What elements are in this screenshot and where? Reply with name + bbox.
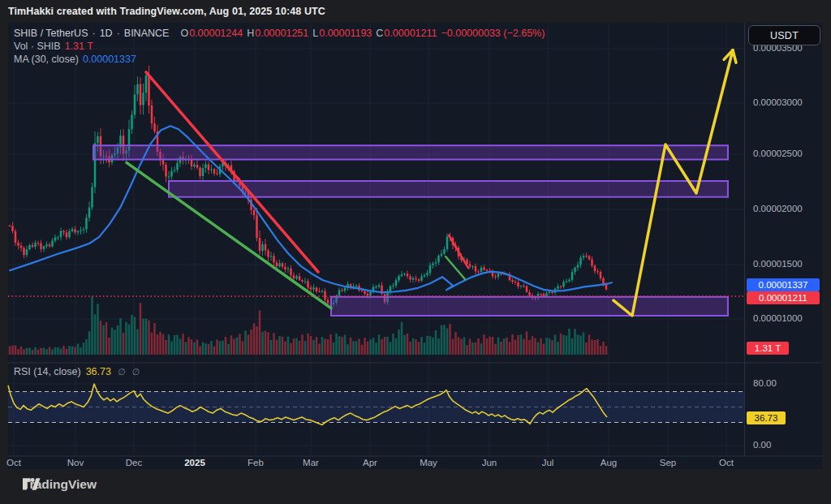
last-price-tag: 0.00001211: [747, 291, 820, 304]
close-value: 0.00001211: [384, 27, 437, 40]
rsi-legend: RSI (14, close) 36.73 ∅ ∅: [14, 366, 140, 377]
high-value: 0.00001251: [255, 27, 308, 40]
price-axis-label: 0.00001000: [753, 313, 803, 323]
supply-zone-upper[interactable]: [93, 145, 728, 159]
symbol-row: SHIB / TetherUS · 1D · BINANCE O0.000012…: [14, 27, 545, 40]
change-value: −0.00000033 (−2.65%): [441, 27, 545, 40]
ma-price-tag: 0.00001337: [747, 278, 820, 291]
volume-tag: 1.31 T: [747, 342, 789, 355]
hide-indicator-icon[interactable]: ∅: [132, 367, 140, 377]
time-axis-label: Aug: [591, 458, 626, 467]
demand-zone[interactable]: [331, 297, 728, 316]
rsi-pane: [8, 384, 744, 424]
ma-row: MA (30, close) 0.00001337: [14, 53, 545, 66]
rsi-value: 36.73: [86, 366, 111, 377]
high-label: H: [247, 27, 254, 40]
time-axis-label: Feb: [238, 458, 273, 467]
hide-indicator-icon[interactable]: ∅: [118, 367, 126, 377]
time-axis-label: Oct: [708, 458, 744, 467]
time-axis-label: 2025: [177, 458, 213, 467]
ma-label: MA (30, close): [14, 53, 79, 66]
currency-toggle-button[interactable]: USDT: [748, 25, 820, 45]
time-axis-label: Apr: [352, 458, 388, 467]
price-axis-label: 0.00: [753, 440, 771, 450]
time-axis-label: Dec: [116, 458, 152, 467]
price-axis-label: 0.00003000: [753, 97, 803, 107]
time-axis-label: Sep: [650, 458, 686, 467]
volume-value: 1.31 T: [65, 40, 93, 53]
price-axis-label: 0.00002000: [753, 204, 803, 213]
time-axis-label: Mar: [293, 458, 329, 467]
chart-legend: SHIB / TetherUS · 1D · BINANCE O0.000012…: [14, 27, 545, 66]
low-value: 0.00001193: [319, 27, 372, 40]
footer-bar: TradingView: [0, 469, 831, 504]
time-axis-label: Nov: [58, 458, 93, 467]
time-axis-label: Jun: [471, 458, 507, 467]
time-axis-label: May: [411, 458, 446, 467]
grid-lines: [8, 23, 744, 456]
tradingview-logo-icon: [23, 477, 41, 491]
time-axis-label: Jul: [530, 458, 566, 467]
open-value: 0.00001244: [189, 27, 243, 40]
price-axis-label: 80.00: [753, 378, 777, 388]
price-axis-label: 0.00002500: [753, 149, 803, 158]
close-label: C: [376, 27, 383, 40]
price-axis-label: 0.00001500: [753, 259, 803, 269]
tradingview-logo-link[interactable]: TradingView: [23, 477, 97, 492]
time-axis-label: Oct: [0, 458, 32, 467]
ma-value: 0.00001337: [83, 53, 136, 66]
main-chart[interactable]: [0, 0, 831, 504]
exchange-label: BINANCE: [124, 27, 170, 40]
volume-row: Vol · SHIB 1.31 T: [14, 40, 545, 53]
symbol-name: SHIB / TetherUS: [14, 27, 88, 40]
rsi-value-tag: 36.73: [747, 411, 786, 424]
interval-label: 1D: [100, 27, 113, 40]
volume-label: Vol · SHIB: [14, 40, 61, 53]
open-label: O: [180, 27, 188, 40]
low-label: L: [312, 27, 318, 40]
tradingview-snapshot: TimHakki created with TradingView.com, A…: [0, 0, 831, 504]
pane-separators: [8, 23, 822, 456]
rsi-label: RSI (14, close): [14, 366, 81, 377]
